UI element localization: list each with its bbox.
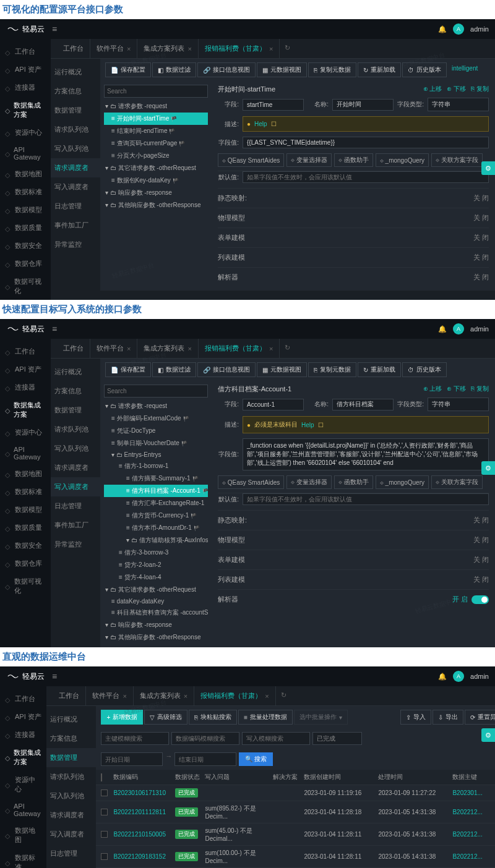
leftnav-item[interactable]: ◇数据地图 [0, 465, 51, 483]
fval-input[interactable] [243, 137, 489, 148]
tab-close-icon[interactable]: × [265, 692, 269, 700]
subnav-item[interactable]: 写入调度者 [46, 825, 96, 844]
tree-item[interactable]: ▾ 🗀 请求参数 -request [104, 400, 208, 412]
collapse-row[interactable]: 表单建模关 闭 [218, 550, 489, 569]
table-row[interactable]: B20221209183152已完成sum(100.00-) 不是 Decim.… [96, 846, 495, 868]
code-search-input[interactable] [171, 732, 239, 745]
help-link[interactable]: Help [301, 422, 314, 428]
move-down-link[interactable]: ⊕ 下移 [447, 85, 466, 94]
field-input[interactable] [243, 99, 304, 111]
tree-item[interactable]: ≡ 结束时间-endTime 🏴 [104, 125, 208, 137]
leftnav-item[interactable]: ◇数据集成方案 [0, 396, 51, 423]
subnav-item[interactable]: 请求调度者 [51, 458, 100, 477]
tab-refresh-icon[interactable]: ↻ [276, 686, 291, 705]
helper-chip[interactable]: ⟐ _mongoQuery [376, 153, 429, 167]
tree-item[interactable]: ≡ 借方-3-borrow-3 [104, 547, 208, 559]
row-checkbox[interactable] [101, 789, 108, 796]
export-button[interactable]: ⇩ 导出 [433, 710, 463, 725]
subnav-item[interactable]: 请求队列池 [46, 767, 96, 786]
subnav-item[interactable]: 请求队列池 [51, 120, 100, 139]
tree-item[interactable]: ≡ 借方货币-Currency-1 🏴 [104, 509, 208, 522]
subnav-item[interactable]: 异常监控 [51, 535, 100, 554]
tab[interactable]: 工作台 [53, 686, 86, 705]
leftnav-item[interactable]: ◇数据标准 [0, 483, 51, 501]
avatar[interactable]: A [453, 671, 464, 682]
paste-search-button[interactable]: ⎘ 块粘贴搜索 [189, 710, 237, 725]
helper-chip[interactable]: ⟐ 函数助手 [334, 475, 373, 489]
copy-meta-button[interactable]: ⎘ 复制元数据 [308, 362, 356, 377]
leftnav-item[interactable]: ◇资源中心 [0, 423, 51, 441]
name-input[interactable] [332, 399, 394, 411]
meta-view-button[interactable]: ▦ 元数据视图 [257, 62, 307, 77]
helper-chip[interactable]: ⟐ 函数助手 [334, 153, 373, 167]
leftnav-item[interactable]: ◇工作台 [0, 343, 51, 360]
code-link[interactable]: B20221209183152 [113, 853, 175, 860]
import-button[interactable]: ⇪ 导入 [400, 710, 431, 725]
type-value[interactable]: 字符串 [428, 398, 489, 411]
move-up-link[interactable]: ⊕ 上移 [423, 85, 442, 94]
tree-item[interactable]: ≡ 制单日期-VoucherDate 🏴 [104, 437, 208, 449]
code-link[interactable]: B20221210150005 [113, 831, 175, 838]
write-search-input[interactable] [242, 732, 310, 745]
tree-item[interactable]: ≡ 贷方-2-loan-2 [104, 559, 208, 571]
filter-button[interactable]: ◧ 数据过滤 [152, 62, 196, 77]
subnav-item[interactable]: 事件加工厂 [46, 863, 96, 868]
menu-toggle-icon[interactable]: ≡ [45, 671, 64, 681]
adv-filter-button[interactable]: ▽ 高级筛选 [144, 710, 187, 725]
subnav-item[interactable]: 数据管理 [51, 101, 100, 120]
subnav-item[interactable]: 日志管理 [51, 496, 100, 516]
code-link[interactable]: B20221201112811 [113, 809, 175, 815]
tab-close-icon[interactable]: × [187, 45, 191, 53]
menu-toggle-icon[interactable]: ≡ [45, 324, 64, 334]
tab-close-icon[interactable]: × [269, 45, 273, 53]
subnav-item[interactable]: 方案信息 [46, 729, 96, 748]
start-date-input[interactable] [101, 752, 163, 766]
tab[interactable]: 报销福利费（甘肃） × [199, 339, 280, 358]
tab[interactable]: 集成方案列表 × [137, 39, 198, 58]
tree-item[interactable]: ≡ 查询页码-currentPage 🏴 [104, 137, 208, 150]
subnav-item[interactable]: 请求队列池 [51, 420, 100, 439]
tab-close-icon[interactable]: × [269, 345, 273, 352]
help-link[interactable]: Help [254, 121, 267, 127]
table-row[interactable]: B20221201112811已完成sum(895.82-) 不是 Decim.… [96, 801, 495, 823]
helper-chip[interactable]: ⟐ _mongoQuery [376, 475, 429, 489]
api-view-button[interactable]: 🔗 接口信息视图 [197, 62, 256, 77]
collapse-row[interactable]: 物理模型关 闭 [218, 208, 489, 228]
code-link[interactable]: B20230106171310 [113, 789, 175, 796]
tree-item[interactable]: ▾ 🗀 其它请求参数 -otherRequest [104, 162, 208, 174]
helper-chip[interactable]: ⟐ QEasy SmartAides [218, 153, 284, 167]
tab[interactable]: 工作台 [57, 39, 90, 58]
tab[interactable]: 报销福利费（甘肃） × [194, 686, 275, 705]
tab[interactable]: 工作台 [57, 339, 90, 358]
copy-meta-button[interactable]: ⎘ 复制元数据 [308, 62, 356, 77]
history-button[interactable]: ⏱ 历史版本 [402, 362, 447, 377]
tree-item[interactable]: ▾ 🗀 其它请求参数 -otherRequest [104, 584, 208, 596]
collapse-row[interactable]: 表单建模关 闭 [218, 228, 489, 247]
tab[interactable]: 报销福利费（甘肃） × [199, 39, 280, 58]
select-all-checkbox[interactable] [101, 773, 102, 781]
status-select[interactable] [312, 732, 362, 745]
default-input[interactable] [243, 171, 489, 183]
helper-chip[interactable]: ⟐ 关联方案字段 [431, 475, 483, 489]
subnav-item[interactable]: 日志管理 [51, 197, 100, 216]
bell-icon[interactable]: 🔔 [438, 673, 447, 681]
avatar[interactable]: A [453, 323, 464, 334]
leftnav-item[interactable]: ◇数据可视化 [0, 273, 51, 300]
collapse-row[interactable]: 静态映射:关 闭 [218, 188, 489, 208]
tree-item[interactable]: ▾ 🗀 响应参数 -response [104, 187, 208, 199]
tree-item[interactable]: ≡ 外部编码-ExternalCode 🏴 [104, 412, 208, 425]
name-input[interactable] [332, 99, 394, 111]
leftnav-item[interactable]: ◇资源中心 [0, 771, 46, 798]
copy-link[interactable]: ⎘ 复制 [471, 385, 489, 394]
row-checkbox[interactable] [101, 853, 108, 860]
side-settings-icon[interactable]: ⚙ [481, 161, 495, 175]
row-checkbox[interactable] [101, 809, 108, 815]
leftnav-item[interactable]: ◇API Gateway [0, 798, 46, 822]
reset-error-button[interactable]: ⟳ 重置异常 [465, 710, 495, 725]
subnav-item[interactable]: 事件加工厂 [51, 516, 100, 535]
add-data-button[interactable]: + 新增数据 [101, 710, 143, 725]
filter-button[interactable]: ◧ 数据过滤 [152, 362, 196, 377]
tree-item[interactable]: ≡ dataKey-dataKey [104, 596, 208, 606]
subnav-item[interactable]: 请求调度者 [46, 806, 96, 825]
save-button[interactable]: 📄 保存配置 [105, 362, 151, 377]
